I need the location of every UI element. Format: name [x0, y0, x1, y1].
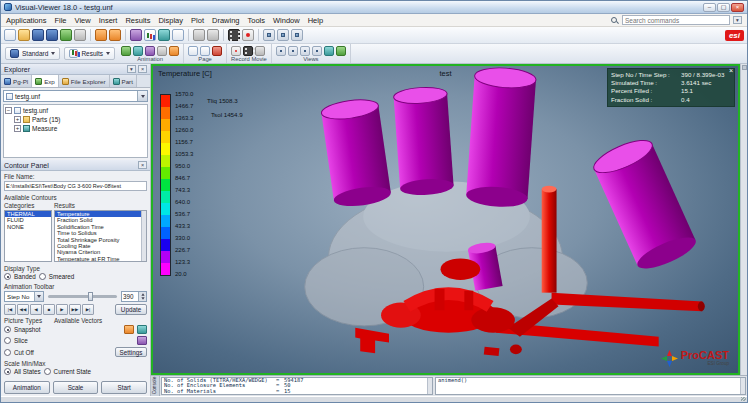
page-delete-icon[interactable] [212, 46, 222, 56]
tab-explorer[interactable]: Exp [32, 75, 59, 87]
view-top-icon[interactable] [291, 29, 303, 41]
record-movie-icon[interactable] [231, 46, 241, 56]
view-fit-icon[interactable] [324, 46, 334, 56]
anim-stop-icon[interactable] [157, 46, 167, 56]
undo-icon[interactable] [95, 29, 107, 41]
layout-split-icon[interactable] [207, 29, 219, 41]
maximize-button[interactable]: ▢ [717, 3, 730, 12]
view-yz-icon[interactable] [288, 46, 298, 56]
collapse-icon[interactable]: − [5, 107, 12, 114]
spin-down-icon[interactable] [139, 297, 146, 302]
banded-radio[interactable] [4, 273, 11, 280]
play-button[interactable]: ▶ [56, 304, 68, 315]
chart-icon[interactable] [144, 29, 156, 41]
menu-results[interactable]: Results [125, 16, 150, 25]
record-icon[interactable] [242, 29, 254, 41]
step-back-button[interactable]: ◀ [30, 304, 42, 315]
results-scrollbar[interactable] [141, 211, 146, 261]
menu-view[interactable]: View [75, 16, 91, 25]
menu-display[interactable]: Display [158, 16, 183, 25]
tree-item-parts[interactable]: + Parts (15) [5, 115, 146, 124]
step-mode-combo[interactable]: Step No [4, 291, 44, 302]
anim-loop-icon[interactable] [145, 46, 155, 56]
settings-button[interactable]: Settings [115, 347, 147, 357]
minimize-button[interactable]: – [703, 3, 716, 12]
result-temp-fr-time[interactable]: Temperature at FR Time [55, 256, 141, 262]
tab-pg-pl[interactable]: Pg-Pl [1, 75, 32, 87]
resize-grip[interactable] [741, 397, 746, 401]
console-tab[interactable]: Console [151, 376, 160, 396]
contour-close-icon[interactable]: × [138, 161, 147, 169]
go-first-button[interactable]: |◀ [4, 304, 16, 315]
scrollbar-thumb[interactable] [742, 65, 747, 70]
view-iso-icon[interactable] [263, 29, 275, 41]
go-last-button[interactable]: ▶| [82, 304, 94, 315]
page-new-icon[interactable] [188, 46, 198, 56]
panel-menu-icon[interactable]: ▾ [127, 65, 136, 73]
view-rotate-icon[interactable] [336, 46, 346, 56]
menu-insert[interactable]: Insert [99, 16, 118, 25]
layout-single-icon[interactable] [193, 29, 205, 41]
search-options-icon[interactable]: ▾ [733, 16, 742, 24]
standard-dropdown[interactable]: Standard [5, 47, 60, 60]
view-xz-icon[interactable] [300, 46, 310, 56]
tree-item-measure[interactable]: + Measure [5, 124, 146, 133]
movie-file-icon[interactable] [243, 46, 253, 56]
combo-caret-icon[interactable] [137, 91, 147, 101]
file-path-field[interactable]: E:\Installs\ESI\Test\Body CG 3-600 Rev-0… [4, 181, 147, 191]
animation-button[interactable]: Animation [4, 381, 50, 394]
close-button[interactable]: × [731, 3, 744, 12]
start-button[interactable]: Start [101, 381, 147, 394]
current-state-radio[interactable] [44, 368, 51, 375]
menu-tools[interactable]: Tools [248, 16, 266, 25]
vector-icon-1[interactable] [124, 325, 134, 334]
viewport-close-icon[interactable]: × [729, 67, 733, 75]
menu-applications[interactable]: Applications [6, 16, 46, 25]
all-states-radio[interactable] [4, 368, 11, 375]
tab-part[interactable]: Part [110, 75, 137, 87]
menu-window[interactable]: Window [273, 16, 300, 25]
vector-icon-2[interactable] [137, 325, 147, 334]
scale-button[interactable]: Scale [53, 381, 99, 394]
view-xy-icon[interactable] [276, 46, 286, 56]
snapshot-tool-icon[interactable] [130, 29, 142, 41]
curve-icon[interactable] [172, 29, 184, 41]
viewport-3d[interactable]: Temperature [C] test [151, 64, 740, 375]
smeared-radio[interactable] [39, 273, 46, 280]
menu-help[interactable]: Help [308, 16, 323, 25]
results-dropdown[interactable]: Results [64, 47, 115, 60]
console-output[interactable]: No. of Solids (TETRA/HEXA/WEDGE)=594187 … [161, 377, 433, 395]
panel-close-icon[interactable]: × [138, 65, 147, 73]
stop-button[interactable]: ■ [43, 304, 55, 315]
menu-plot[interactable]: Plot [191, 16, 204, 25]
tab-file-explorer[interactable]: File Explorer [59, 75, 110, 87]
anim-step-icon[interactable] [133, 46, 143, 56]
table-icon[interactable] [158, 29, 170, 41]
step-slider[interactable] [48, 295, 117, 298]
save-icon[interactable] [32, 29, 44, 41]
movie-settings-icon[interactable] [255, 46, 265, 56]
page-copy-icon[interactable] [200, 46, 210, 56]
snapshot-radio[interactable] [4, 326, 11, 333]
anim-settings-icon[interactable] [169, 46, 179, 56]
update-button[interactable]: Update [115, 304, 147, 315]
step-slider-thumb[interactable] [88, 292, 93, 301]
print-icon[interactable] [74, 29, 86, 41]
slice-radio[interactable] [4, 337, 11, 344]
cutoff-radio[interactable] [4, 349, 11, 356]
anim-play-icon[interactable] [121, 46, 131, 56]
command-scrollbar[interactable] [740, 378, 745, 394]
save-all-icon[interactable] [46, 29, 58, 41]
fast-forward-button[interactable]: ▶▶ [69, 304, 81, 315]
console-scrollbar[interactable] [427, 378, 432, 394]
film-icon[interactable] [228, 29, 240, 41]
tree-item-root[interactable]: − testg.unf [5, 106, 146, 115]
step-spinbox[interactable]: 390 [121, 291, 147, 302]
redo-icon[interactable] [109, 29, 121, 41]
rewind-button[interactable]: ◀◀ [17, 304, 29, 315]
view-isometric-icon[interactable] [312, 46, 322, 56]
menu-file[interactable]: File [54, 16, 66, 25]
new-file-icon[interactable] [4, 29, 16, 41]
slice-icon[interactable] [137, 336, 147, 345]
expand-icon[interactable]: + [14, 125, 21, 132]
